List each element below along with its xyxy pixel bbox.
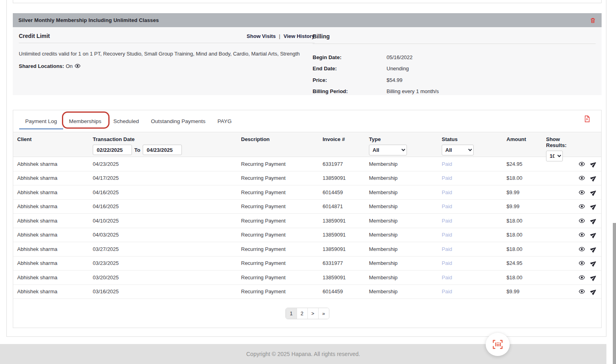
column-amount: Amount bbox=[506, 136, 526, 142]
cell-status: Paid bbox=[442, 218, 506, 224]
cell-amount: $18.00 bbox=[506, 232, 546, 238]
pagination-button[interactable]: 1 bbox=[286, 308, 297, 319]
show-visits-link[interactable]: Show Visits bbox=[247, 33, 276, 39]
view-payment-eye-icon[interactable] bbox=[578, 246, 585, 253]
copyright-text: Copyright © 2025 Hapana. All rights rese… bbox=[246, 351, 360, 357]
billing-field-value: Billing every 1 month/s bbox=[387, 88, 439, 94]
view-payment-eye-icon[interactable] bbox=[578, 161, 585, 167]
cell-transaction-date: 04/16/2025 bbox=[93, 203, 241, 209]
cell-status: Paid bbox=[442, 246, 506, 252]
pagination-button[interactable]: » bbox=[318, 308, 329, 319]
cell-status: Paid bbox=[442, 203, 506, 209]
pagination-button[interactable]: > bbox=[307, 308, 318, 319]
cell-description: Recurring Payment bbox=[241, 232, 323, 238]
export-pdf-icon[interactable] bbox=[583, 115, 591, 123]
cell-client: Abhishek sharma bbox=[17, 161, 93, 167]
view-payment-eye-icon[interactable] bbox=[578, 260, 585, 267]
status-filter-select[interactable]: All bbox=[442, 145, 474, 155]
page: Silver Monthly Membership Including Unli… bbox=[0, 0, 616, 364]
tab[interactable]: Payment Log bbox=[19, 110, 63, 132]
view-history-link[interactable]: View History bbox=[283, 33, 315, 39]
view-payment-eye-icon[interactable] bbox=[578, 175, 585, 181]
cell-amount: $18.00 bbox=[506, 246, 546, 252]
cell-invoice: 6014459 bbox=[323, 288, 369, 294]
billing-heading: Billing bbox=[313, 33, 330, 40]
membership-card-body: Credit Limit Show Visits|View History Un… bbox=[13, 27, 602, 95]
pagination-button[interactable]: 2 bbox=[297, 308, 307, 319]
cell-invoice: 6331977 bbox=[323, 260, 369, 266]
cell-invoice: 13859091 bbox=[323, 218, 369, 224]
billing-field-label: Begin Date: bbox=[313, 54, 387, 60]
column-transaction-date: Transaction Date bbox=[93, 136, 135, 142]
send-receipt-icon[interactable] bbox=[590, 260, 597, 267]
date-range-to-label: To bbox=[134, 147, 140, 153]
send-receipt-icon[interactable] bbox=[590, 246, 597, 253]
delete-membership-button[interactable] bbox=[590, 17, 596, 24]
send-receipt-icon[interactable] bbox=[590, 231, 597, 238]
tab-label: PAYG bbox=[217, 118, 232, 124]
type-filter-select[interactable]: All bbox=[369, 145, 407, 155]
table-row: Abhishek sharma 03/16/2025 Recurring Pay… bbox=[13, 285, 601, 299]
tab[interactable]: PAYG bbox=[211, 110, 238, 132]
membership-title: Silver Monthly Membership Including Unli… bbox=[18, 17, 159, 23]
cell-amount: $18.00 bbox=[506, 218, 546, 224]
cell-client: Abhishek sharma bbox=[17, 203, 93, 209]
cell-type: Membership bbox=[369, 189, 442, 195]
tab-bar: Payment Log Memberships Scheduled Outsta… bbox=[13, 110, 601, 132]
credit-limit-description: Unlimited credits valid for 1 on 1 PT, R… bbox=[19, 51, 315, 57]
cell-status: Paid bbox=[442, 288, 506, 294]
shared-locations-label: Shared Locations: bbox=[19, 63, 64, 69]
table-row: Abhishek sharma 03/23/2025 Recurring Pay… bbox=[13, 257, 601, 271]
cell-transaction-date: 04/17/2025 bbox=[93, 175, 241, 181]
payment-rows: Abhishek sharma 04/23/2025 Recurring Pay… bbox=[13, 157, 601, 299]
cell-description: Recurring Payment bbox=[241, 288, 323, 294]
billing-field-label: Price: bbox=[313, 77, 387, 83]
tab[interactable]: Memberships bbox=[63, 110, 108, 132]
cell-transaction-date: 04/10/2025 bbox=[93, 218, 241, 224]
credit-limit-divider bbox=[19, 43, 315, 43]
cell-client: Abhishek sharma bbox=[17, 175, 93, 181]
view-payment-eye-icon[interactable] bbox=[578, 231, 585, 238]
send-receipt-icon[interactable] bbox=[590, 203, 597, 210]
date-to-input[interactable] bbox=[143, 145, 182, 155]
cell-description: Recurring Payment bbox=[241, 260, 323, 266]
view-payment-eye-icon[interactable] bbox=[578, 217, 585, 224]
tab[interactable]: Scheduled bbox=[108, 110, 145, 132]
link-separator: | bbox=[279, 33, 280, 39]
cell-invoice: 13859091 bbox=[323, 175, 369, 181]
send-receipt-icon[interactable] bbox=[590, 175, 597, 181]
send-receipt-icon[interactable] bbox=[590, 274, 597, 281]
cell-amount: $18.00 bbox=[506, 274, 546, 280]
column-status: Status bbox=[442, 136, 458, 142]
cell-transaction-date: 04/03/2025 bbox=[93, 232, 241, 238]
send-receipt-icon[interactable] bbox=[590, 288, 597, 295]
view-payment-eye-icon[interactable] bbox=[578, 288, 585, 295]
cell-status: Paid bbox=[442, 260, 506, 266]
cell-amount: $9.99 bbox=[506, 189, 546, 195]
barcode-scan-fab[interactable] bbox=[486, 333, 510, 356]
payments-card: Payment Log Memberships Scheduled Outsta… bbox=[13, 110, 602, 328]
send-receipt-icon[interactable] bbox=[590, 161, 597, 167]
column-invoice: Invoice # bbox=[323, 136, 345, 142]
cell-client: Abhishek sharma bbox=[17, 288, 93, 294]
billing-field-value: 05/16/2022 bbox=[387, 54, 413, 60]
column-client: Client bbox=[17, 136, 32, 142]
send-receipt-icon[interactable] bbox=[590, 189, 597, 196]
footer: Copyright © 2025 Hapana. All rights rese… bbox=[0, 344, 606, 364]
view-payment-eye-icon[interactable] bbox=[578, 274, 585, 281]
show-results-select[interactable]: 10 bbox=[546, 151, 563, 161]
pagination: 1 2 > » bbox=[285, 308, 329, 319]
vertical-scrollbar-thumb[interactable] bbox=[613, 223, 616, 364]
cell-client: Abhishek sharma bbox=[17, 246, 93, 252]
cell-status: Paid bbox=[442, 189, 506, 195]
cell-invoice: 13859091 bbox=[323, 246, 369, 252]
date-from-input[interactable] bbox=[93, 145, 132, 155]
credit-limit-heading: Credit Limit bbox=[19, 33, 50, 39]
view-payment-eye-icon[interactable] bbox=[578, 189, 585, 196]
tab[interactable]: Outstanding Payments bbox=[145, 110, 211, 132]
send-receipt-icon[interactable] bbox=[590, 217, 597, 224]
shared-locations-eye-icon[interactable] bbox=[74, 63, 81, 69]
cell-client: Abhishek sharma bbox=[17, 260, 93, 266]
view-payment-eye-icon[interactable] bbox=[578, 203, 585, 210]
cell-type: Membership bbox=[369, 246, 442, 252]
